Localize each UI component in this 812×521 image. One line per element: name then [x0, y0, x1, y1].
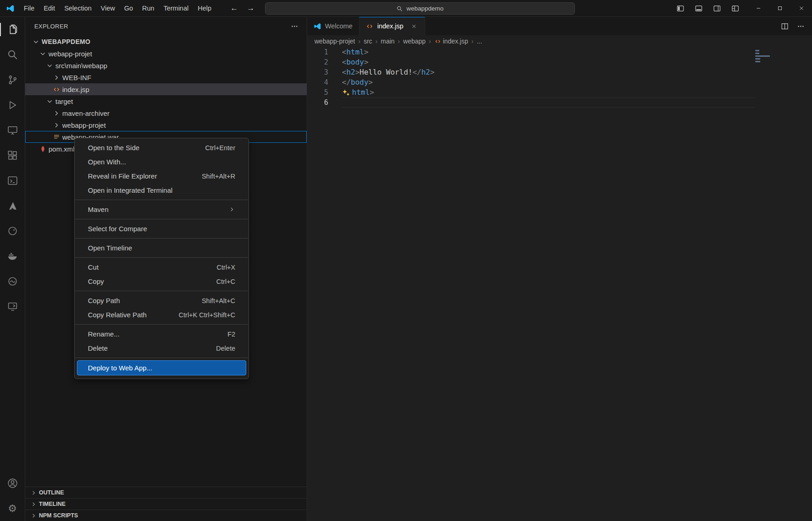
activity-search-icon[interactable] — [0, 42, 25, 67]
jsp-icon — [52, 85, 61, 94]
menubar-item-view[interactable]: View — [96, 2, 119, 14]
menu-item-shortcut: Ctrl+K Ctrl+Shift+C — [179, 311, 235, 319]
activity-settings-icon[interactable]: ⚙ — [0, 496, 25, 521]
code-token: < — [342, 67, 346, 77]
back-button[interactable]: ← — [228, 2, 241, 14]
activity-accounts-icon[interactable] — [0, 471, 25, 496]
menu-item-cut[interactable]: CutCtrl+X — [75, 260, 249, 274]
code-token: > — [364, 57, 368, 67]
section-outline[interactable]: OUTLINE — [25, 487, 307, 498]
menu-item-open-in-integrated-terminal[interactable]: Open in Integrated Terminal — [75, 183, 249, 197]
menu-item-label: Open in Integrated Terminal — [88, 186, 173, 194]
minimize-button[interactable] — [747, 0, 769, 16]
customize-layout-icon[interactable] — [728, 2, 742, 16]
activity-run-debug-icon[interactable] — [0, 92, 25, 118]
breadcrumb-webapp[interactable]: webapp — [403, 38, 426, 45]
activity-remote-explorer-icon[interactable] — [0, 118, 25, 143]
more-actions-icon[interactable] — [797, 22, 805, 30]
breadcrumb-label: webapp — [403, 38, 426, 45]
menu-item-rename[interactable]: Rename...F2 — [75, 327, 249, 341]
tree-item-webappdemo[interactable]: WEBAPPDEMO — [25, 36, 307, 48]
activity-top — [0, 17, 25, 319]
menubar-item-edit[interactable]: Edit — [39, 2, 60, 14]
activity-container-tools-icon[interactable] — [0, 168, 25, 193]
editor-group: Welcomeindex.jsp webapp-projet›src›main›… — [307, 17, 812, 521]
nav-arrows: ←→ — [228, 2, 257, 14]
activity-gradle-icon[interactable] — [0, 218, 25, 244]
toggle-primary-sidebar-icon[interactable] — [673, 2, 687, 16]
menu-item-open-to-the-side[interactable]: Open to the SideCtrl+Enter — [75, 141, 249, 155]
tree-item-web-inf[interactable]: WEB-INF — [25, 71, 307, 83]
sidebar-header: EXPLORER — [25, 17, 307, 36]
breadcrumb-[interactable]: ... — [476, 38, 482, 45]
code-line-6[interactable]: 6 — [307, 98, 812, 108]
breadcrumb-main[interactable]: main — [381, 38, 395, 45]
menubar-item-help[interactable]: Help — [193, 2, 216, 14]
breadcrumb-separator: › — [429, 38, 431, 45]
activity-azure-icon[interactable] — [0, 193, 25, 218]
activity-sonarlint-icon[interactable] — [0, 269, 25, 294]
menubar-item-go[interactable]: Go — [119, 2, 137, 14]
minimap[interactable] — [755, 50, 806, 160]
tree-item-target[interactable]: target — [25, 95, 307, 107]
breadcrumb-label: index.jsp — [443, 38, 468, 45]
code-line-5[interactable]: 5html> — [307, 87, 812, 98]
menubar-item-selection[interactable]: Selection — [60, 2, 96, 14]
tree-item-label: target — [55, 98, 73, 105]
maximize-button[interactable] — [769, 0, 790, 16]
menu-item-maven[interactable]: Maven — [75, 202, 249, 217]
menubar-item-run[interactable]: Run — [138, 2, 159, 14]
chevron-right-icon — [52, 73, 61, 82]
tree-item-webapp-projet[interactable]: webapp-projet — [25, 48, 307, 60]
tab-label: Welcome — [325, 22, 352, 30]
breadcrumb-index-jsp[interactable]: index.jsp — [434, 38, 468, 45]
menu-item-deploy-to-web-app[interactable]: Deploy to Web App... — [77, 360, 246, 375]
menu-item-copy-relative-path[interactable]: Copy Relative PathCtrl+K Ctrl+Shift+C — [75, 308, 249, 322]
tree-item-webapp-projet[interactable]: webapp-projet — [25, 119, 307, 131]
code-token: < — [342, 47, 346, 57]
menu-item-copy[interactable]: CopyCtrl+C — [75, 274, 249, 288]
activity-docker-icon[interactable] — [0, 244, 25, 269]
toggle-secondary-sidebar-icon[interactable] — [709, 2, 724, 16]
activity-source-control-icon[interactable] — [0, 67, 25, 92]
tab-welcome[interactable]: Welcome — [307, 17, 359, 35]
section-label: OUTLINE — [39, 489, 64, 496]
code-token: body — [351, 77, 368, 87]
code-line-2[interactable]: 2<body> — [307, 57, 812, 67]
chevron-right-icon — [30, 512, 37, 519]
tree-item-src-main-webapp[interactable]: src\main\webapp — [25, 60, 307, 71]
activity-extensions-icon[interactable] — [0, 143, 25, 168]
forward-button[interactable]: → — [244, 2, 257, 14]
chevron-down-icon — [38, 49, 47, 58]
tree-item-maven-archiver[interactable]: maven-archiver — [25, 107, 307, 119]
menu-separator — [75, 200, 248, 200]
menu-item-open-with[interactable]: Open With... — [75, 155, 249, 169]
close-button[interactable] — [790, 0, 812, 16]
tab-index-jsp[interactable]: index.jsp — [359, 17, 425, 35]
code-line-4[interactable]: 4</body> — [307, 77, 812, 87]
menu-item-delete[interactable]: DeleteDelete — [75, 341, 249, 355]
menu-item-copy-path[interactable]: Copy PathShift+Alt+C — [75, 293, 249, 308]
close-tab-icon[interactable] — [410, 22, 418, 31]
menu-item-open-timeline[interactable]: Open Timeline — [75, 241, 249, 255]
breadcrumb-src[interactable]: src — [363, 38, 372, 45]
code-line-3[interactable]: 3<h2>Hello World!</h2> — [307, 67, 812, 77]
code-line-1[interactable]: 1<html> — [307, 47, 812, 57]
activity-live-share-icon[interactable] — [0, 294, 25, 319]
menu-item-label: Open Timeline — [88, 244, 132, 252]
command-center[interactable]: webappdemo — [265, 2, 575, 15]
tree-item-index-jsp[interactable]: index.jsp — [25, 83, 307, 95]
menubar-item-terminal[interactable]: Terminal — [159, 2, 193, 14]
activity-files-icon[interactable] — [0, 17, 25, 42]
more-actions-icon[interactable] — [291, 22, 298, 30]
section-npm-scripts[interactable]: NPM SCRIPTS — [25, 510, 307, 521]
breadcrumb-webapp-projet[interactable]: webapp-projet — [314, 38, 355, 45]
menubar-item-file[interactable]: File — [19, 2, 39, 14]
code-editor[interactable]: 1<html>2<body>3<h2>Hello World!</h2>4</b… — [307, 47, 812, 521]
toggle-panel-icon[interactable] — [691, 2, 706, 16]
sidebar-sections: OUTLINETIMELINENPM SCRIPTS — [25, 487, 307, 521]
split-editor-icon[interactable] — [781, 22, 789, 30]
section-timeline[interactable]: TIMELINE — [25, 498, 307, 510]
menu-item-reveal-in-file-explorer[interactable]: Reveal in File ExplorerShift+Alt+R — [75, 169, 249, 183]
menu-item-select-for-compare[interactable]: Select for Compare — [75, 222, 249, 236]
